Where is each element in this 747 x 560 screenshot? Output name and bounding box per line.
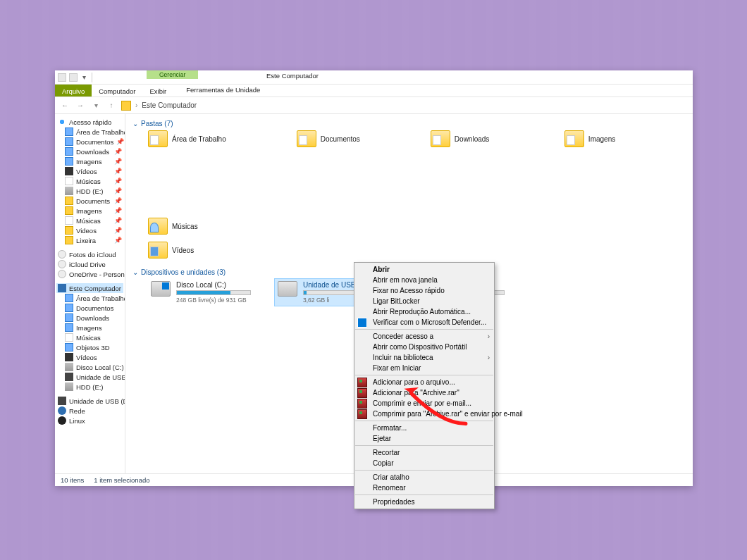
ribbon-subtool-tab[interactable]: Ferramentas de Unidade	[179, 85, 267, 97]
drive-icon	[151, 281, 171, 297]
nav-recent-dropdown[interactable]: ▾	[90, 100, 101, 111]
context-menu-item[interactable]: Fixar em Iniciar	[354, 363, 494, 373]
nav-item[interactable]: OneDrive - Personal	[56, 269, 123, 279]
drive-item[interactable]: Disco Local (C:)248 GB livre(s) de 931 G…	[148, 279, 254, 306]
nav-back-button[interactable]: ←	[59, 100, 70, 111]
context-menu-item[interactable]: Incluir na biblioteca›	[354, 352, 494, 363]
folder-icon	[65, 137, 73, 146]
nav-label: HDD (E:)	[76, 187, 104, 195]
nav-label: Objetos 3D	[76, 344, 110, 351]
section-header-folders[interactable]: ⌄ Pastas (7)	[132, 120, 686, 127]
context-menu-item[interactable]: Ligar BitLocker	[354, 296, 494, 306]
nav-label: Lixeira	[76, 237, 96, 244]
context-menu-item[interactable]: Conceder acesso a›	[354, 331, 494, 342]
nav-item[interactable]: Linux	[56, 416, 123, 425]
breadcrumb[interactable]: Este Computador	[142, 101, 197, 109]
nav-item[interactable]: Área de Trabalho	[56, 293, 123, 303]
nav-up-button[interactable]: ↑	[106, 100, 117, 111]
context-menu-item[interactable]: Renomear	[354, 483, 494, 493]
nav-item[interactable]: Rede	[56, 406, 123, 416]
context-menu: AbrirAbrir em nova janelaFixar no Acesso…	[354, 262, 495, 509]
nav-item[interactable]: Unidade de USB (D:)	[56, 396, 123, 406]
nav-item[interactable]: HDD (E:)📌	[56, 186, 123, 196]
nav-label: Vídeos	[76, 354, 97, 361]
nav-item[interactable]: Lixeira📌	[56, 235, 123, 245]
context-menu-item[interactable]: Criar atalho	[354, 472, 494, 483]
nav-item[interactable]: Unidade de USB (D:)	[56, 372, 123, 382]
context-menu-item[interactable]: Recortar	[354, 447, 494, 458]
folder-item[interactable]: Documentos	[297, 130, 360, 147]
pin-icon: 📌	[114, 148, 122, 155]
folder-item[interactable]: Vídeos	[148, 242, 211, 259]
folder-icon	[65, 216, 73, 225]
nav-item[interactable]: Imagens📌	[56, 206, 123, 216]
menu-item-label: Conceder acesso a	[373, 332, 433, 340]
pin-icon: 📌	[114, 187, 122, 194]
rar-icon	[357, 378, 367, 387]
nav-item[interactable]: Área de Trabalho📌	[56, 127, 123, 137]
navigation-pane[interactable]: Acesso rápido Área de Trabalho📌Documento…	[55, 114, 125, 473]
nav-quick-access[interactable]: Acesso rápido	[56, 117, 123, 127]
context-menu-item[interactable]: Propriedades	[354, 497, 494, 507]
context-menu-item[interactable]: Formatar...	[354, 423, 494, 433]
nav-item[interactable]: HDD (E:)	[56, 382, 123, 392]
nav-forward-button[interactable]: →	[75, 100, 86, 111]
folder-icon	[65, 177, 73, 185]
nav-item[interactable]: Disco Local (C:)	[56, 362, 123, 372]
context-menu-item[interactable]: Adicionar para o arquivo...	[354, 377, 494, 387]
folder-icon	[297, 130, 316, 147]
nav-item[interactable]: Fotos do iCloud	[56, 249, 123, 259]
nav-item[interactable]: Objetos 3D	[56, 342, 123, 352]
ribbon-tabs: Arquivo Computador Exibir Ferramentas de…	[55, 85, 693, 97]
folder-item[interactable]: Área de Trabalho	[148, 130, 226, 147]
context-menu-item[interactable]: Abrir	[354, 264, 494, 275]
folder-item[interactable]: Imagens	[564, 130, 628, 147]
context-menu-item[interactable]: Ejetar	[354, 433, 494, 444]
pin-icon: 📌	[114, 168, 122, 175]
file-tab[interactable]: Arquivo	[55, 85, 92, 97]
folder-item[interactable]: Músicas	[148, 218, 211, 235]
nav-item[interactable]: Downloads📌	[56, 147, 123, 156]
context-menu-item[interactable]: Adicionar para "Archive.rar"	[354, 387, 494, 398]
nav-item[interactable]: Músicas📌	[56, 176, 123, 186]
nav-item[interactable]: Vídeos📌	[56, 166, 123, 176]
nav-item[interactable]: Imagens	[56, 323, 123, 332]
cloud-icon	[58, 260, 66, 268]
nav-item[interactable]: Documentos	[56, 303, 123, 313]
nav-this-pc[interactable]: Este Computador	[56, 283, 123, 293]
drive-icon	[65, 323, 73, 332]
nav-item[interactable]: Músicas📌	[56, 216, 123, 225]
context-menu-item[interactable]: Fixar no Acesso rápido	[354, 285, 494, 296]
nav-item[interactable]: Videos📌	[56, 225, 123, 235]
context-menu-item[interactable]: Comprimir para "Archive.rar" e enviar po…	[354, 409, 494, 419]
section-title: Pastas (7)	[141, 120, 173, 127]
nav-item[interactable]: Vídeos	[56, 352, 123, 362]
context-menu-item[interactable]: Comprimir e enviar por e-mail...	[354, 398, 494, 409]
ribbon-contextual-tab[interactable]: Gerenciar	[147, 70, 198, 79]
context-menu-item[interactable]: Abrir Reprodução Automática...	[354, 306, 494, 317]
qat-button[interactable]	[69, 73, 78, 82]
cloud-icon	[58, 270, 66, 278]
context-menu-item[interactable]: Abrir em nova janela	[354, 275, 494, 285]
nav-item[interactable]: Documentos📌	[56, 137, 123, 147]
nav-item[interactable]: Documents📌	[56, 196, 123, 206]
nav-item[interactable]: Músicas	[56, 332, 123, 342]
qat-button[interactable]	[58, 73, 66, 82]
drive-icon	[278, 281, 297, 297]
ribbon-tab[interactable]: Exibir	[143, 85, 174, 97]
ribbon-tab[interactable]: Computador	[92, 85, 142, 97]
nav-item[interactable]: iCloud Drive	[56, 259, 123, 269]
nav-item[interactable]: Imagens📌	[56, 156, 123, 166]
chevron-down-icon: ⌄	[132, 120, 138, 127]
menu-item-label: Fixar em Iniciar	[373, 364, 421, 372]
context-menu-item[interactable]: Abrir como Dispositivo Portátil	[354, 342, 494, 352]
menu-separator	[355, 445, 493, 446]
folder-item[interactable]: Downloads	[431, 130, 494, 147]
context-menu-item[interactable]: Copiar	[354, 458, 494, 468]
menu-item-label: Recortar	[373, 449, 400, 456]
pin-icon: 📌	[116, 138, 124, 145]
qat-dropdown-icon[interactable]: ▾	[80, 73, 87, 82]
separator	[92, 73, 92, 82]
context-menu-item[interactable]: Verificar com o Microsoft Defender...	[354, 317, 494, 328]
nav-item[interactable]: Downloads	[56, 313, 123, 323]
